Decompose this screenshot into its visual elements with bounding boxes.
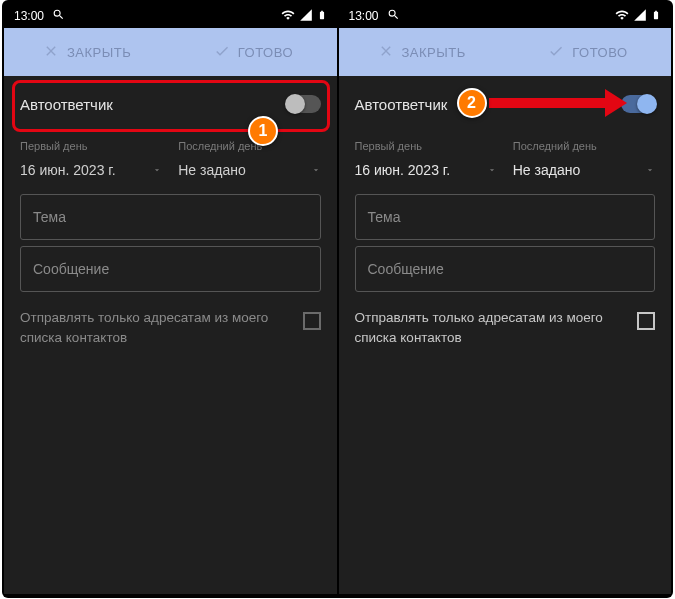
battery-icon [317,8,327,25]
annotation-badge-2: 2 [457,88,487,118]
close-button[interactable]: ЗАКРЫТЬ [339,28,505,76]
status-time: 13:00 [14,9,44,23]
dropdown-icon [487,162,497,178]
status-bar: 13:00 [4,4,337,28]
check-icon [548,43,564,62]
dropdown-icon [311,162,321,178]
status-time: 13:00 [349,9,379,23]
contacts-only-checkbox[interactable] [637,312,655,330]
dropdown-icon [152,162,162,178]
close-label: ЗАКРЫТЬ [402,45,466,60]
magnify-icon [52,8,65,24]
subject-input[interactable]: Тема [355,194,656,240]
signal-icon [299,8,313,25]
message-placeholder: Сообщение [33,261,109,277]
last-day-label: Последний день [513,140,655,152]
done-label: ГОТОВО [572,45,627,60]
last-day-value: Не задано [178,162,245,178]
done-button[interactable]: ГОТОВО [170,28,336,76]
first-day-select[interactable]: Первый день 16 июн. 2023 г. [20,140,162,184]
contacts-only-label: Отправлять только адресатам из моего спи… [20,308,293,347]
check-icon [214,43,230,62]
contacts-only-label: Отправлять только адресатам из моего спи… [355,308,628,347]
annotation-arrow [489,90,629,118]
autoresponder-label: Автоответчик [20,96,113,113]
done-button[interactable]: ГОТОВО [505,28,671,76]
phone-screenshot-step-2: 13:00 ЗАКРЫТЬ ГОТОВО Авт [339,4,672,594]
first-day-select[interactable]: Первый день 16 июн. 2023 г. [355,140,497,184]
subject-input[interactable]: Тема [20,194,321,240]
wifi-icon [615,8,629,25]
dropdown-icon [645,162,655,178]
close-button[interactable]: ЗАКРЫТЬ [4,28,170,76]
annotation-badge-1: 1 [248,116,278,146]
autoresponder-label: Автоответчик [355,96,448,113]
first-day-value: 16 июн. 2023 г. [20,162,116,178]
close-icon [43,43,59,62]
subject-placeholder: Тема [33,209,66,225]
phone-screenshot-step-1: 13:00 ЗАКРЫТЬ ГОТОВО Авт [4,4,337,594]
message-placeholder: Сообщение [368,261,444,277]
signal-icon [633,8,647,25]
last-day-select[interactable]: Последний день Не задано [513,140,655,184]
last-day-value: Не задано [513,162,580,178]
subject-placeholder: Тема [368,209,401,225]
message-input[interactable]: Сообщение [355,246,656,292]
close-icon [378,43,394,62]
wifi-icon [281,8,295,25]
magnify-icon [387,8,400,24]
close-label: ЗАКРЫТЬ [67,45,131,60]
message-input[interactable]: Сообщение [20,246,321,292]
contacts-only-checkbox[interactable] [303,312,321,330]
first-day-value: 16 июн. 2023 г. [355,162,451,178]
first-day-label: Первый день [355,140,497,152]
top-action-bar: ЗАКРЫТЬ ГОТОВО [339,28,672,76]
top-action-bar: ЗАКРЫТЬ ГОТОВО [4,28,337,76]
autoresponder-toggle[interactable] [287,95,321,113]
last-day-label: Последний день [178,140,320,152]
last-day-select[interactable]: Последний день Не задано [178,140,320,184]
status-bar: 13:00 [339,4,672,28]
first-day-label: Первый день [20,140,162,152]
battery-icon [651,8,661,25]
done-label: ГОТОВО [238,45,293,60]
